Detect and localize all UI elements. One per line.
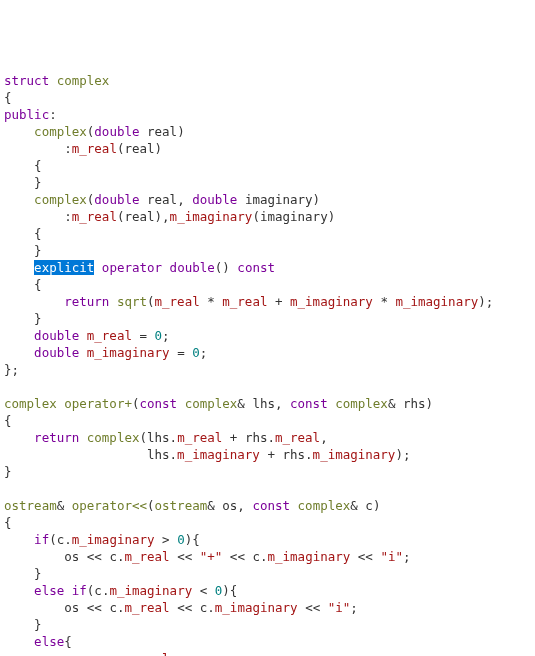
- semi: ;: [403, 549, 411, 564]
- op-stream: <<: [358, 549, 373, 564]
- var-os: os: [64, 600, 79, 615]
- amp: &: [388, 396, 396, 411]
- brace: {: [4, 90, 12, 105]
- amp: &: [57, 498, 65, 513]
- op-eq: =: [139, 328, 147, 343]
- comma: ,: [237, 498, 245, 513]
- type-complex: complex: [4, 396, 57, 411]
- member-m-imaginary: m_imaginary: [177, 447, 260, 462]
- brace: {: [4, 413, 12, 428]
- operator-stream: operator<<: [72, 498, 147, 513]
- op-stream: <<: [230, 549, 245, 564]
- var-os: os: [64, 651, 79, 656]
- type-complex: complex: [185, 396, 238, 411]
- kw-operator: operator: [102, 260, 162, 275]
- literal-zero: 0: [177, 532, 185, 547]
- brace: {: [4, 515, 12, 530]
- member-m-imaginary: m_imaginary: [87, 345, 170, 360]
- paren: (: [147, 294, 155, 309]
- string-i: "i": [380, 549, 403, 564]
- kw-else: else: [34, 583, 64, 598]
- member-m-real: m_real: [87, 328, 132, 343]
- brace: }: [34, 566, 42, 581]
- op-lt: <: [200, 583, 208, 598]
- param-os: os: [222, 498, 237, 513]
- paren: (: [252, 209, 260, 224]
- semi: ;: [162, 328, 170, 343]
- kw-if: if: [72, 583, 87, 598]
- dot: .: [64, 532, 72, 547]
- var-c: c: [109, 651, 117, 656]
- brace-semi: };: [4, 362, 19, 377]
- type-double: double: [34, 328, 79, 343]
- semi: ;: [350, 600, 358, 615]
- brace: }: [34, 175, 42, 190]
- operator-plus: operator+: [64, 396, 132, 411]
- op-stream: <<: [177, 600, 192, 615]
- kw-return: return: [64, 294, 109, 309]
- semi: ;: [200, 345, 208, 360]
- member-m-real: m_real: [124, 651, 169, 656]
- member-m-imaginary: m_imaginary: [215, 600, 298, 615]
- param-rhs: rhs: [403, 396, 426, 411]
- param-imaginary: imaginary: [245, 192, 313, 207]
- comma: ,: [275, 396, 283, 411]
- member-m-imaginary: m_imaginary: [109, 583, 192, 598]
- type-ostream: ostream: [4, 498, 57, 513]
- string-plus: "+": [200, 549, 223, 564]
- fn-sqrt: sqrt: [117, 294, 147, 309]
- op-stream: <<: [305, 600, 320, 615]
- dot: .: [267, 430, 275, 445]
- paren: ): [155, 209, 163, 224]
- brace: {: [64, 634, 72, 649]
- member-m-real: m_real: [177, 430, 222, 445]
- brace: }: [34, 617, 42, 632]
- colon: :: [64, 209, 72, 224]
- brace: {: [192, 532, 200, 547]
- var-c: c: [252, 549, 260, 564]
- brace: {: [34, 226, 42, 241]
- op-gt: >: [162, 532, 170, 547]
- brace: {: [34, 277, 42, 292]
- brace: {: [230, 583, 238, 598]
- kw-return: return: [34, 430, 79, 445]
- member-m-real: m_real: [275, 430, 320, 445]
- paren: ): [222, 260, 230, 275]
- semi: ;: [170, 651, 178, 656]
- arg-real: real: [124, 141, 154, 156]
- paren: ): [426, 396, 434, 411]
- kw-public: public: [4, 107, 49, 122]
- string-i: "i": [328, 600, 351, 615]
- op-plus: +: [275, 294, 283, 309]
- param-real: real: [147, 124, 177, 139]
- arg-rhs: rhs: [283, 447, 306, 462]
- kw-else: else: [34, 634, 64, 649]
- kw-explicit-highlighted: explicit: [34, 260, 94, 275]
- type-complex: complex: [57, 73, 110, 88]
- member-m-imaginary: m_imaginary: [313, 447, 396, 462]
- kw-if: if: [34, 532, 49, 547]
- type-complex: complex: [298, 498, 351, 513]
- member-m-imaginary: m_imaginary: [268, 549, 351, 564]
- ctor-name: complex: [34, 192, 87, 207]
- paren: ): [313, 192, 321, 207]
- semi: ;: [486, 294, 494, 309]
- param-real: real: [147, 192, 177, 207]
- var-c: c: [109, 549, 117, 564]
- type-complex: complex: [335, 396, 388, 411]
- paren: ): [478, 294, 486, 309]
- type-double: double: [170, 260, 215, 275]
- op-stream: <<: [177, 549, 192, 564]
- member-m-real: m_real: [72, 209, 117, 224]
- type-double: double: [192, 192, 237, 207]
- member-m-real: m_real: [124, 549, 169, 564]
- type-double: double: [94, 124, 139, 139]
- dot: .: [305, 447, 313, 462]
- kw-const: const: [290, 396, 328, 411]
- comma: ,: [162, 209, 170, 224]
- arg-lhs: lhs: [147, 430, 170, 445]
- amp: &: [207, 498, 215, 513]
- var-c: c: [94, 583, 102, 598]
- kw-const: const: [252, 498, 290, 513]
- member-m-imaginary: m_imaginary: [290, 294, 373, 309]
